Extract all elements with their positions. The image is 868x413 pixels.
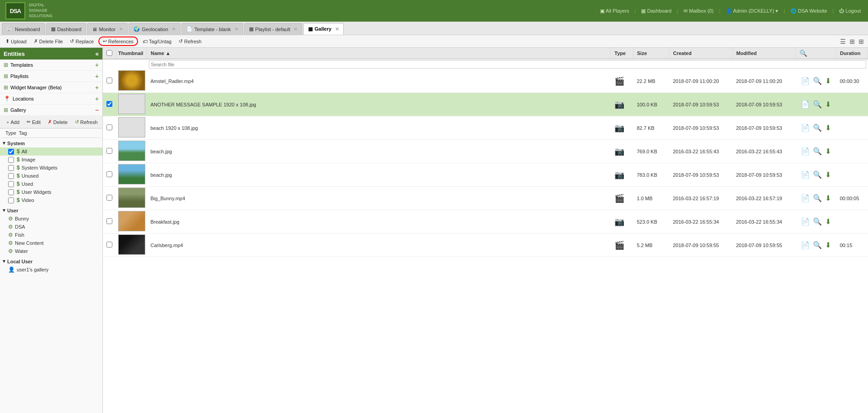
th-duration[interactable]: Duration: [836, 48, 868, 59]
dashboard-link[interactable]: ▦ Dashboard: [639, 7, 673, 15]
file-name[interactable]: beach.jpg: [147, 163, 611, 187]
row-checkbox-1[interactable]: [106, 101, 112, 107]
upload-button[interactable]: ⬆ Upload: [3, 37, 29, 45]
file-name[interactable]: Breakfast.jpg: [147, 210, 611, 234]
local-user-header[interactable]: ▾ Local User: [0, 257, 102, 266]
tree-item-user1-gallery[interactable]: 👤 user1's gallery: [0, 266, 102, 274]
sidebar-item-templates[interactable]: ⊞ Templates +: [0, 60, 102, 71]
sidebar-item-gallery[interactable]: ⊞ Gallery −: [0, 105, 102, 116]
tree-item-fish[interactable]: ⚙ Fish: [0, 231, 102, 239]
preview-icon[interactable]: 📄: [801, 218, 810, 225]
system-header[interactable]: ▾ System: [0, 139, 102, 147]
tree-item-bunny[interactable]: ⚙ Bunny: [0, 215, 102, 223]
templates-add-button[interactable]: +: [95, 61, 99, 69]
large-grid-view-icon[interactable]: ⊞: [857, 37, 865, 46]
file-name[interactable]: beach.jpg: [147, 140, 611, 163]
zoom-icon[interactable]: 🔍: [813, 101, 822, 108]
row-checkbox-6[interactable]: [106, 218, 112, 224]
preview-icon[interactable]: 📄: [801, 194, 810, 202]
tree-item-user-widgets[interactable]: $ User Widgets: [0, 188, 102, 196]
row-checkbox-4[interactable]: [106, 171, 112, 177]
preview-icon[interactable]: 📄: [801, 147, 810, 155]
th-name[interactable]: Name ▲: [147, 48, 611, 59]
th-created[interactable]: Created: [669, 48, 733, 59]
download-icon[interactable]: ⬇: [825, 101, 831, 108]
gallery-collapse-button[interactable]: −: [95, 106, 99, 114]
tree-item-image[interactable]: $ Image: [0, 156, 102, 164]
preview-icon[interactable]: 📄: [801, 77, 810, 85]
zoom-icon[interactable]: 🔍: [813, 194, 822, 202]
row-checkbox-0[interactable]: [106, 78, 112, 83]
sidebar-item-widget-manager[interactable]: ⊞ Widget Manager (Beta) +: [0, 82, 102, 93]
zoom-icon[interactable]: 🔍: [813, 124, 822, 132]
tab-template-blank[interactable]: 📄 Template - blank ✕: [181, 23, 243, 35]
th-modified[interactable]: Modified: [733, 48, 796, 59]
download-icon[interactable]: ⬇: [825, 194, 831, 202]
tree-item-water[interactable]: ⚙ Water: [0, 247, 102, 255]
tab-monitor[interactable]: 🖥 Monitor ✕: [87, 23, 128, 35]
gallery-edit-button[interactable]: ✏ Edit: [24, 118, 43, 126]
geolocation-close-icon[interactable]: ✕: [172, 27, 175, 32]
sidebar-item-playlists[interactable]: ⊞ Playlists +: [0, 71, 102, 82]
tab-dashboard[interactable]: ▦ Dashboard: [46, 23, 87, 35]
th-type[interactable]: Type: [611, 48, 633, 59]
gallery-add-button[interactable]: + Add: [4, 119, 22, 126]
tree-item-unused[interactable]: $ Unused: [0, 172, 102, 180]
gallery-close-icon[interactable]: ✕: [335, 27, 339, 32]
gallery-refresh-button[interactable]: ↺ Refresh: [72, 118, 101, 126]
all-players-link[interactable]: ▣ All Players: [598, 7, 631, 15]
playlist-close-icon[interactable]: ✕: [294, 27, 297, 32]
grid-view-icon[interactable]: ⊞: [848, 37, 856, 46]
image-checkbox[interactable]: [8, 157, 14, 163]
logout-link[interactable]: ⏻ Logout: [837, 7, 863, 14]
th-size[interactable]: Size: [633, 48, 669, 59]
search-input[interactable]: [149, 60, 866, 69]
tree-item-all[interactable]: $ All: [0, 147, 102, 156]
user-header[interactable]: ▾ User: [0, 206, 102, 215]
widget-manager-add-button[interactable]: +: [95, 84, 99, 91]
tree-item-new-content[interactable]: ⚙ New Content: [0, 239, 102, 247]
file-name[interactable]: beach 1920 x 108.jpg: [147, 116, 611, 140]
file-name[interactable]: ANOTHER MESSAGE SAMPLE 1920 x 108.jpg: [147, 93, 611, 116]
zoom-icon[interactable]: 🔍: [813, 171, 822, 179]
locations-add-button[interactable]: +: [95, 95, 99, 102]
row-checkbox-7[interactable]: [106, 242, 112, 248]
zoom-icon[interactable]: 🔍: [813, 218, 822, 225]
zoom-icon[interactable]: 🔍: [813, 147, 822, 155]
tree-item-video[interactable]: $ Video: [0, 196, 102, 204]
mailbox-link[interactable]: ✉ Mailbox (0): [682, 7, 715, 15]
preview-icon[interactable]: 📄: [801, 124, 810, 132]
zoom-icon[interactable]: 🔍: [813, 241, 822, 249]
replace-button[interactable]: ↺ Replace: [67, 37, 96, 45]
tab-gallery[interactable]: ▦ Gallery ✕: [303, 23, 343, 35]
tab-newsboard[interactable]: 📰 Newsboard: [2, 23, 45, 35]
row-checkbox-5[interactable]: [106, 195, 112, 201]
list-view-icon[interactable]: ☰: [839, 37, 847, 46]
preview-icon[interactable]: 📄: [801, 101, 810, 108]
row-checkbox-3[interactable]: [106, 148, 112, 154]
all-checkbox[interactable]: [8, 149, 14, 155]
dsa-website-link[interactable]: 🌐 DSA Website: [789, 7, 829, 15]
tree-item-used[interactable]: $ Used: [0, 180, 102, 188]
select-all-checkbox[interactable]: [106, 50, 112, 56]
download-icon[interactable]: ⬇: [825, 124, 831, 132]
download-icon[interactable]: ⬇: [825, 77, 831, 85]
refresh-button[interactable]: ↺ Refresh: [176, 37, 204, 45]
file-name[interactable]: Amstel_Radler.mp4: [147, 69, 611, 93]
gallery-delete-button[interactable]: ✗ Delete: [45, 118, 70, 126]
template-close-icon[interactable]: ✕: [235, 27, 238, 32]
admin-link[interactable]: 👤 Admin (DCKELLY) ▾: [724, 7, 780, 15]
row-checkbox-2[interactable]: [106, 124, 112, 130]
search-icon[interactable]: 🔍: [799, 50, 807, 57]
preview-icon[interactable]: 📄: [801, 241, 810, 249]
zoom-icon[interactable]: 🔍: [813, 77, 822, 85]
tree-item-system-widgets[interactable]: $ System Widgets: [0, 164, 102, 172]
download-icon[interactable]: ⬇: [825, 171, 831, 179]
file-name[interactable]: Big_Bunny.mp4: [147, 187, 611, 210]
tag-untag-button[interactable]: 🏷 Tag/Untag: [140, 38, 174, 45]
download-icon[interactable]: ⬇: [825, 147, 831, 155]
playlists-add-button[interactable]: +: [95, 73, 99, 80]
download-icon[interactable]: ⬇: [825, 241, 831, 249]
monitor-close-icon[interactable]: ✕: [119, 27, 123, 32]
video-checkbox[interactable]: [8, 197, 14, 203]
